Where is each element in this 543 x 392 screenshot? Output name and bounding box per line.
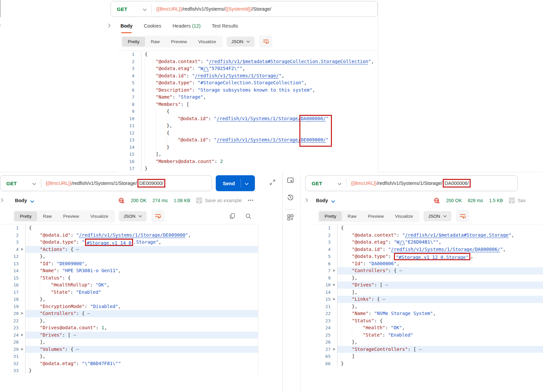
language-label: JSON <box>231 39 243 44</box>
json-link[interactable]: /redfish/v1/Systems/1/Storage/DA000006/ <box>391 246 500 253</box>
url-input[interactable]: {{BmcURL}}/redfish/v1/Systems/1/Storage/… <box>41 179 166 188</box>
line-number: 15 <box>117 151 134 158</box>
json-link-annotated[interactable]: DE009000/ <box>301 136 326 144</box>
view-tab-visualize[interactable]: Visualize <box>193 37 222 46</box>
chevron-down-icon[interactable] <box>32 181 36 187</box>
response-tab-body[interactable]: Body <box>120 21 132 32</box>
method-select[interactable]: GET <box>306 181 322 186</box>
response-tab-headers[interactable]: Headers (12) <box>173 21 201 32</box>
response-time[interactable]: 828 ms <box>468 198 483 203</box>
view-tab-raw[interactable]: Raw <box>145 37 165 46</box>
resize-panes-icon[interactable] <box>269 179 276 187</box>
json-link[interactable]: /\ <box>203 65 209 72</box>
documentation-icon[interactable] <box>286 176 294 186</box>
json-punctuation: : { <box>371 296 383 303</box>
wrap-text-button[interactable] <box>456 210 469 222</box>
view-tab-preview[interactable]: Preview <box>362 211 389 221</box>
response-tab-cookies[interactable]: Cookies <box>144 21 161 32</box>
indent-guide <box>145 108 156 115</box>
fold-toggle-icon[interactable]: > <box>19 310 25 317</box>
fold-toggle-icon[interactable]: > <box>19 246 25 253</box>
body-section-label[interactable]: Body <box>316 198 328 203</box>
wrap-text-button[interactable] <box>151 210 165 222</box>
language-select[interactable]: JSON <box>227 37 255 47</box>
json-link[interactable]: /redfish/v1/$metadata#Storage.Storage <box>405 232 508 239</box>
json-punctuation: : { <box>388 267 400 274</box>
chevron-down-icon[interactable] <box>331 198 335 204</box>
fold-toggle-icon[interactable]: > <box>19 346 25 353</box>
save-as-example-button[interactable]: Sav <box>509 197 526 203</box>
method-select[interactable]: GET <box>111 6 127 12</box>
collapse-response-icon[interactable] <box>305 198 308 204</box>
fold-toggle-icon[interactable]: > <box>331 296 337 303</box>
language-select[interactable]: JSON <box>424 211 451 221</box>
chevron-down-icon[interactable] <box>30 198 34 204</box>
json-punctuation: { <box>167 129 169 137</box>
code-line: 22}, <box>0 317 258 325</box>
json-link[interactable]: /redfish/v1/Systems/1/Storage/ <box>195 72 279 80</box>
view-tab-visualize[interactable]: Visualize <box>85 211 114 221</box>
view-tab-preview[interactable]: Preview <box>165 37 193 46</box>
code-line-content: "@odata.type": "#Storage.v1_14_0.Storage… <box>25 239 258 246</box>
body-section-label[interactable]: Body <box>15 198 27 203</box>
copy-icon[interactable] <box>229 213 236 221</box>
url-text: /redfish/v1/Systems/1/Storage/ <box>71 181 137 186</box>
more-options-button[interactable]: ••• <box>248 198 254 203</box>
fold-toggle-icon[interactable]: > <box>331 267 337 274</box>
indent-guide <box>29 303 40 310</box>
chevron-down-icon[interactable] <box>338 181 342 187</box>
search-icon[interactable] <box>245 213 252 221</box>
fold-toggle-icon[interactable]: > <box>331 281 337 289</box>
json-link[interactable]: /\ <box>399 239 405 246</box>
fold-toggle-icon[interactable]: > <box>19 332 25 339</box>
wrap-text-button[interactable] <box>259 36 272 47</box>
language-select[interactable]: JSON <box>119 211 147 221</box>
code-line: 17} <box>117 165 378 172</box>
line-number: 23 <box>314 317 331 325</box>
url-input[interactable]: {{BmcURL}}/redfish/v1/Systems/1/Storage/… <box>347 179 471 188</box>
view-tab-pretty[interactable]: Pretty <box>14 211 37 221</box>
view-tab-raw[interactable]: Raw <box>37 211 57 221</box>
response-time[interactable]: 274 ms <box>152 198 168 203</box>
response-tab-test-results[interactable]: Test Results <box>212 21 238 32</box>
history-icon[interactable] <box>286 194 294 203</box>
status-code[interactable]: 200 OK <box>131 198 146 203</box>
fold-toggle-icon[interactable]: > <box>331 346 337 353</box>
url-input[interactable]: {{BmcURL}}/redfish/v1/Systems/{{SystemId… <box>152 6 272 12</box>
code-line-content: "EncryptionMode": "Disabled", <box>25 303 258 310</box>
json-link[interactable]: /redfish/v1/Systems/1/Storage/ <box>217 136 301 144</box>
chevron-down-icon[interactable] <box>143 6 147 12</box>
code-line-content: "Controllers": { ⋯ <box>25 310 258 317</box>
response-size[interactable]: 1.5 KB <box>489 198 503 203</box>
line-number: 5 <box>314 253 331 260</box>
network-warning-icon[interactable] <box>118 197 125 204</box>
code-line-content: "Id": "DA000006", <box>337 260 543 268</box>
code-line-content: "@odata.id": "/redfish/v1/Systems/1/Stor… <box>25 232 258 239</box>
save-as-example-button[interactable]: Save as example <box>196 197 242 203</box>
json-link[interactable]: /redfish/v1/Systems/1/Storage/DE009000 <box>79 232 185 239</box>
send-button[interactable]: Send <box>216 175 255 191</box>
fold-gutter <box>331 289 337 296</box>
related-collections-icon[interactable] <box>286 213 294 223</box>
line-number: 10 <box>117 115 134 122</box>
json-link[interactable]: /redfish/v1/$metadata#StorageCollection.… <box>209 58 368 65</box>
pane-divider[interactable] <box>282 172 283 392</box>
collapse-response-icon[interactable] <box>108 23 111 29</box>
json-link[interactable]: /redfish/v1/Systems/1/Storage/ <box>217 115 301 122</box>
network-warning-icon[interactable] <box>433 197 440 204</box>
chevron-down-icon[interactable] <box>241 180 249 187</box>
view-tab-visualize[interactable]: Visualize <box>389 211 419 221</box>
code-line-content: "@odata.context": "/redfish/v1/$metadata… <box>337 232 543 239</box>
status-code[interactable]: 200 OK <box>446 198 462 203</box>
chevron-down-icon <box>246 40 250 43</box>
json-link-annotated[interactable]: DA000006/ <box>301 115 326 122</box>
view-tab-preview[interactable]: Preview <box>57 211 85 221</box>
view-tab-pretty[interactable]: Pretty <box>319 211 342 221</box>
fold-gutter <box>331 274 337 282</box>
json-key: "@odata.id" <box>352 246 383 253</box>
view-tab-raw[interactable]: Raw <box>342 211 362 221</box>
response-size[interactable]: 1.08 KB <box>174 198 190 203</box>
view-tab-pretty[interactable]: Pretty <box>122 37 145 46</box>
json-punctuation: : { <box>65 346 76 353</box>
method-select[interactable]: GET <box>0 181 17 186</box>
